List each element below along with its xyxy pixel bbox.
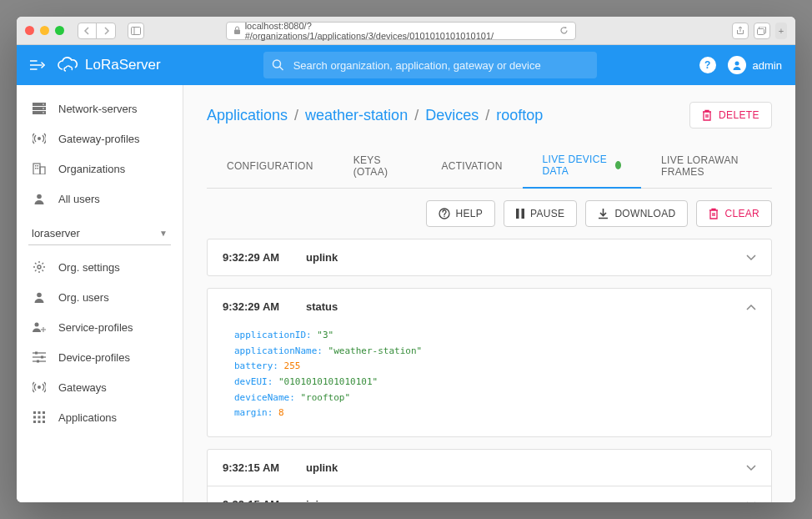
sidebar-item-gateways[interactable]: Gateways bbox=[17, 372, 183, 402]
sidebar-item-gateway-profiles[interactable]: Gateway-profiles bbox=[17, 123, 183, 154]
svg-point-11 bbox=[43, 108, 44, 109]
sliders-icon bbox=[32, 350, 47, 365]
zoom-window-button[interactable] bbox=[55, 26, 64, 35]
sidebar-item-network-servers[interactable]: Network-servers bbox=[17, 93, 183, 123]
event-time: 9:32:15 AM bbox=[223, 498, 306, 502]
tabs: CONFIGURATION KEYS (OTAA) ACTIVATION LIV… bbox=[207, 144, 772, 189]
menu-toggle-button[interactable] bbox=[30, 59, 45, 71]
clear-button[interactable]: CLEAR bbox=[696, 200, 772, 227]
json-value: "3" bbox=[317, 330, 333, 340]
tab-live-lorawan-frames[interactable]: LIVE LORAWAN FRAMES bbox=[641, 144, 772, 188]
svg-rect-16 bbox=[35, 165, 37, 167]
user-icon bbox=[32, 290, 47, 305]
sidebar-item-organizations[interactable]: Organizations bbox=[17, 154, 183, 184]
tab-keys[interactable]: KEYS (OTAA) bbox=[333, 144, 422, 188]
crumb-applications[interactable]: Applications bbox=[207, 107, 288, 124]
sidebar-toggle-button[interactable] bbox=[128, 23, 144, 39]
event-type: status bbox=[306, 300, 746, 313]
svg-rect-0 bbox=[132, 27, 141, 34]
json-key: applicationID: bbox=[234, 330, 312, 340]
sidebar: Network-servers Gateway-profiles Organiz… bbox=[17, 85, 183, 502]
delete-label: DELETE bbox=[719, 109, 759, 121]
tabs-button[interactable] bbox=[754, 23, 770, 39]
share-button[interactable] bbox=[732, 23, 749, 39]
sidebar-item-label: Gateways bbox=[58, 381, 107, 394]
trash-icon bbox=[702, 109, 712, 121]
svg-rect-15 bbox=[40, 167, 45, 174]
live-indicator-icon bbox=[615, 161, 621, 169]
chevron-down-icon bbox=[746, 501, 756, 502]
download-button[interactable]: DOWNLOAD bbox=[585, 200, 688, 227]
pause-button[interactable]: PAUSE bbox=[504, 200, 577, 227]
org-selector[interactable]: loraserver ▼ bbox=[28, 222, 171, 245]
sidebar-item-service-profiles[interactable]: Service-profiles bbox=[17, 312, 183, 342]
sidebar-item-label: Organizations bbox=[58, 163, 125, 175]
svg-rect-38 bbox=[33, 421, 36, 423]
svg-rect-29 bbox=[41, 356, 43, 359]
svg-rect-32 bbox=[33, 411, 36, 414]
apps-icon bbox=[32, 410, 47, 425]
forward-button[interactable] bbox=[97, 23, 115, 38]
json-key: devEUI: bbox=[234, 376, 273, 387]
json-value: "weather-station" bbox=[328, 345, 423, 356]
app-body: Network-servers Gateway-profiles Organiz… bbox=[17, 85, 795, 502]
svg-rect-3 bbox=[758, 28, 764, 34]
user-icon bbox=[32, 191, 47, 206]
sidebar-item-label: Gateway-profiles bbox=[58, 133, 140, 145]
user-gear-icon bbox=[32, 320, 47, 335]
svg-rect-34 bbox=[43, 411, 45, 414]
logo[interactable]: LoRaServer bbox=[57, 57, 161, 73]
toolbar: HELP PAUSE DOWNLOAD CLEAR bbox=[207, 200, 772, 227]
close-window-button[interactable] bbox=[25, 26, 34, 35]
sidebar-item-label: Org. settings bbox=[58, 261, 120, 274]
tab-configuration[interactable]: CONFIGURATION bbox=[207, 144, 333, 188]
app-header: LoRaServer ? admin bbox=[17, 45, 795, 85]
help-button[interactable]: ? bbox=[699, 57, 716, 73]
sidebar-item-device-profiles[interactable]: Device-profiles bbox=[17, 342, 183, 372]
sidebar-item-label: Network-servers bbox=[58, 103, 138, 115]
event-panel: 9:32:29 AM uplink bbox=[207, 239, 772, 276]
svg-point-6 bbox=[734, 62, 739, 66]
clear-label: CLEAR bbox=[724, 208, 759, 219]
refresh-icon[interactable] bbox=[559, 26, 569, 35]
sidebar-item-applications[interactable]: Applications bbox=[17, 402, 183, 432]
search-input[interactable] bbox=[263, 52, 597, 78]
sidebar-item-org-settings[interactable]: Org. settings bbox=[17, 252, 183, 282]
tab-activation[interactable]: ACTIVATION bbox=[421, 144, 522, 188]
url-bar[interactable]: localhost:8080/?#/organizations/1/applic… bbox=[226, 22, 576, 40]
browser-chrome: localhost:8080/?#/organizations/1/applic… bbox=[17, 17, 795, 45]
svg-rect-14 bbox=[33, 164, 40, 174]
event-panel: 9:32:15 AM uplink 9:32:15 AM join bbox=[207, 449, 772, 502]
sidebar-item-label: Applications bbox=[58, 411, 117, 424]
download-label: DOWNLOAD bbox=[614, 208, 675, 219]
event-row[interactable]: 9:32:29 AM status bbox=[208, 289, 771, 325]
url-text: localhost:8080/?#/organizations/1/applic… bbox=[245, 21, 559, 41]
svg-rect-43 bbox=[522, 209, 525, 219]
breadcrumb: Applications / weather-station / Devices… bbox=[207, 107, 543, 124]
main-content: Applications / weather-station / Devices… bbox=[183, 85, 795, 502]
svg-point-24 bbox=[43, 329, 44, 330]
delete-button[interactable]: DELETE bbox=[689, 102, 772, 128]
crumb-app-name[interactable]: weather-station bbox=[305, 107, 408, 124]
event-row[interactable]: 9:32:15 AM join bbox=[208, 486, 771, 502]
help-button[interactable]: HELP bbox=[426, 200, 496, 227]
cloud-icon bbox=[57, 57, 80, 73]
tab-live-device-data[interactable]: LIVE DEVICE DATA bbox=[523, 144, 641, 189]
minimize-window-button[interactable] bbox=[40, 26, 49, 35]
event-row[interactable]: 9:32:29 AM uplink bbox=[208, 239, 771, 275]
sidebar-item-all-users[interactable]: All users bbox=[17, 184, 183, 214]
svg-point-21 bbox=[38, 265, 41, 269]
json-key: margin: bbox=[234, 407, 273, 418]
back-button[interactable] bbox=[78, 23, 97, 38]
event-type: join bbox=[306, 498, 746, 502]
event-row[interactable]: 9:32:15 AM uplink bbox=[208, 450, 771, 486]
crumb-device-name[interactable]: rooftop bbox=[496, 107, 543, 124]
user-menu[interactable]: admin bbox=[728, 56, 782, 74]
sidebar-item-org-users[interactable]: Org. users bbox=[17, 282, 183, 312]
new-tab-button[interactable]: + bbox=[775, 23, 787, 39]
sidebar-item-label: Org. users bbox=[58, 291, 109, 304]
svg-point-22 bbox=[37, 293, 42, 298]
crumb-devices[interactable]: Devices bbox=[425, 107, 479, 124]
help-icon bbox=[439, 208, 450, 219]
event-time: 9:32:29 AM bbox=[223, 300, 306, 313]
